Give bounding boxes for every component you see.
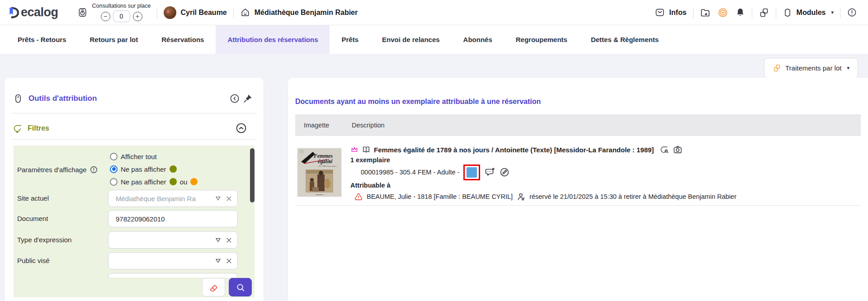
person-link-icon[interactable] [516,192,526,202]
open-book-icon [362,145,371,154]
item-status-blue-square[interactable] [467,167,477,178]
tab-prets-retours[interactable]: Prêts - Retours [6,25,78,54]
folder-icon[interactable] [700,7,711,18]
document-row: Femmes égalité de 1789 à nos jours [295,136,861,206]
radio-afficher-tout[interactable]: Afficher tout [110,150,198,163]
decalog-logo[interactable]: ecalog [8,5,58,19]
clear-icon[interactable] [225,257,233,265]
radio-circle[interactable] [110,178,118,186]
reservation-holder[interactable]: BEAUME, Julie - 1818 [Famille : BEAUME C… [367,193,513,200]
eraser-icon [209,282,219,292]
logo-text: ecalog [21,5,58,19]
consultations-plus-button[interactable]: + [133,12,142,21]
svg-text:de 1789 à nos jours: de 1789 à nos jours [319,165,337,167]
user-menu[interactable]: Cyril Beaume [164,6,226,19]
avatar[interactable] [164,6,176,19]
about-info-icon[interactable] [847,7,857,18]
notifications-bell-icon[interactable] [735,7,745,18]
link-icon [773,64,781,72]
user-name: Cyril Beaume [180,9,226,17]
divider [12,139,256,140]
batch-actions-button[interactable]: Traitements par lot ▾ [764,58,858,78]
modules-label: Modules [797,9,826,17]
document-field [108,210,238,227]
collapse-panel-icon[interactable] [229,93,240,104]
edit-item-icon[interactable] [499,167,510,178]
expression-type-input[interactable] [116,236,214,244]
tab-abonnes[interactable]: Abonnés [452,25,504,54]
item-barcode-info: 000019985 - 305.4 FEM - Adulte - [361,169,459,176]
search-button[interactable] [229,278,252,296]
consultations-label: Consultations sur place [92,3,151,9]
consultations-minus-button[interactable]: − [101,12,110,21]
infos-button[interactable]: Infos [655,7,686,18]
alert-info-icon [90,165,98,174]
filter-down-icon[interactable] [214,257,222,265]
radio-circle-selected[interactable] [110,165,118,173]
copies-count: 1 exemplaire [350,156,390,164]
site-name: Médiathèque Benjamin Rabier [255,9,358,17]
current-site[interactable]: Médiathèque Benjamin Rabier [240,7,358,18]
annotation-red-box [463,165,480,180]
notice-search-icon[interactable] [660,145,669,155]
pin-icon[interactable] [243,94,253,103]
consultations-value-input[interactable] [113,10,130,22]
attributable-label: Attribuable à [350,181,391,189]
display-settings-label: Paramètres d'affichage [17,165,98,174]
site-field [108,190,238,207]
consultation-counter-icon [77,7,88,18]
tab-attribution-des-reservations[interactable]: Attribution des réservations [216,25,330,54]
reservation-details: réservé le 21/01/2025 à 15:30 à retirer … [529,193,736,200]
tab-prets[interactable]: Prêts [330,25,370,54]
caret-down-icon: ▾ [831,9,834,15]
display-settings-radios: Afficher tout Ne pas afficher Ne pas aff… [110,150,198,188]
radio-ne-pas-afficher[interactable]: Ne pas afficher [110,163,198,175]
clear-icon[interactable] [225,236,233,244]
tab-reservations[interactable]: Réservations [150,25,216,54]
status-dot-olive [170,178,177,185]
expression-type-field [108,231,238,249]
form-scrollbar[interactable] [250,148,255,202]
results-panel: Documents ayant au moins un exemplaire a… [288,78,868,301]
svg-text:égalité: égalité [318,158,333,165]
document-input[interactable] [116,215,233,223]
book-cover-thumbnail[interactable]: Femmes égalité de 1789 à nos jours [297,148,341,197]
filter-down-icon[interactable] [214,195,222,202]
camera-icon[interactable] [673,145,683,155]
radio-ne-pas-afficher-ou[interactable]: Ne pas afficher ou [110,175,198,188]
clear-filters-button[interactable] [202,278,225,296]
filters-form: Paramètres d'affichage Afficher tout Ne … [14,146,255,297]
document-title: Femmes égalité de 1789 à nos jours / Ant… [374,146,654,154]
column-description: Description [352,122,385,129]
collapse-filters-icon[interactable] [235,122,247,134]
filters-icon [13,123,23,133]
expression-type-field-label: Type d'expression [17,236,71,244]
consultations-counter: Consultations sur place − + [92,3,151,22]
app-header: ecalog Consultations sur place − + Cyril… [0,0,868,25]
clear-icon[interactable] [225,195,233,202]
mouse-icon [13,93,24,104]
caret-down-icon: ▾ [847,65,849,71]
comment-bubble-icon[interactable] [484,167,495,178]
status-dot-olive [170,165,177,173]
modules-menu[interactable]: Modules ▾ [783,8,834,18]
site-input[interactable] [116,195,214,202]
tab-dettes-reglements[interactable]: Dettes & Règlements [579,25,670,54]
column-imagette: Imagette [304,122,352,129]
panel-title: Outils d'attribution [28,94,97,103]
rfid-signal-icon[interactable] [717,7,728,18]
library-building-icon [240,7,250,18]
infos-label: Infos [669,9,686,17]
audience-field [108,252,238,269]
tab-envoi-de-relances[interactable]: Envoi de relances [370,25,452,54]
filter-down-icon[interactable] [214,236,222,244]
tab-retours-par-lot[interactable]: Retours par lot [78,25,150,54]
infos-envelope-icon [655,7,665,18]
tab-regroupements[interactable]: Regroupements [504,25,579,54]
radio-circle[interactable] [110,153,118,160]
header-separator [840,7,840,18]
link-icon[interactable] [759,7,769,18]
audience-input[interactable] [116,257,214,265]
main-tab-bar: Prêts - Retours Retours par lot Réservat… [0,25,868,54]
status-dot-orange [190,178,198,185]
